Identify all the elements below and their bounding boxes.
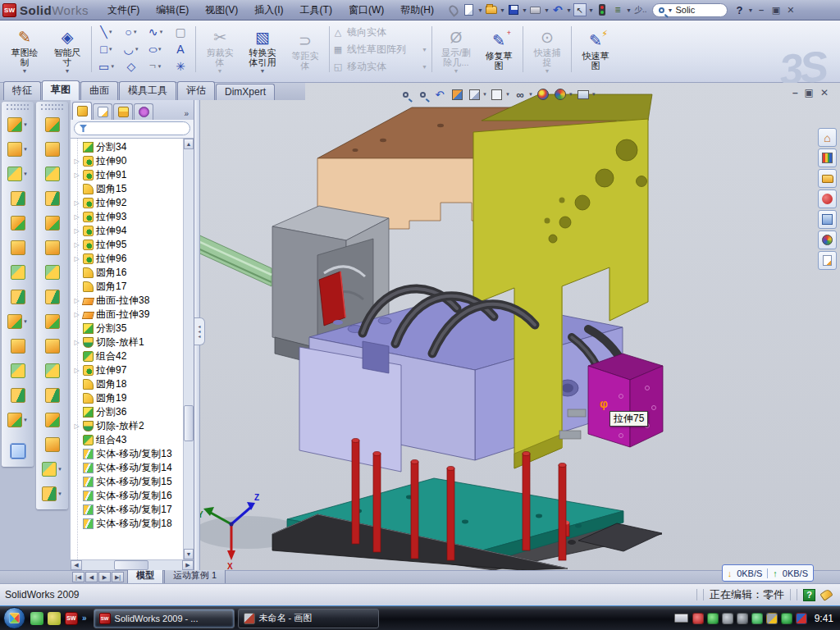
knit-surface-button[interactable] — [36, 285, 68, 309]
display-style-button[interactable] — [490, 87, 504, 102]
thicken-button[interactable] — [36, 309, 68, 334]
slot-dropdown[interactable]: ▼ — [110, 64, 115, 69]
view-orientation-dropdown[interactable]: ▼ — [482, 92, 487, 97]
feature-tree-item[interactable]: ▷切除-放样1 — [73, 336, 183, 349]
box-select-sketch-tool[interactable]: ▢ — [168, 24, 193, 41]
feature-tree-item[interactable]: ▷拉伸95 — [73, 238, 183, 252]
panel-splitter-handle[interactable]: ◂◂◂ — [194, 317, 205, 345]
save-button[interactable] — [506, 2, 521, 17]
feature-tree-item[interactable]: ▷拉伸94 — [73, 224, 183, 238]
arc-dropdown[interactable]: ▼ — [135, 47, 139, 52]
tooling-split-dropdown[interactable]: ▼ — [57, 491, 62, 496]
feature-tree-item[interactable]: ▷拉伸97 — [73, 363, 183, 377]
print-button[interactable] — [528, 2, 543, 17]
spline-dropdown[interactable]: ▼ — [158, 30, 163, 34]
solidworks-quicklaunch-icon[interactable]: SW — [65, 612, 78, 625]
instant3d-button[interactable] — [2, 439, 34, 463]
feature-tree-item[interactable]: ▷组合43 — [73, 433, 183, 447]
property-manager-tab[interactable] — [93, 103, 112, 120]
restore-button[interactable]: ▣ — [769, 4, 783, 16]
quicklaunch-overflow-chevron[interactable]: » — [82, 614, 87, 623]
doc-nav-first-button[interactable]: |◀ — [72, 572, 84, 582]
ellipse-sketch-tool[interactable]: ○▼ — [144, 41, 168, 58]
expand-arrow-icon[interactable]: ▷ — [73, 241, 80, 249]
dimxpert-manager-tab[interactable] — [134, 103, 153, 120]
appearances-tab[interactable] — [818, 189, 837, 208]
open-dropdown[interactable]: ▼ — [500, 7, 505, 13]
close-button[interactable]: ✕ — [783, 4, 797, 16]
tab-曲面[interactable]: 曲面 — [80, 81, 118, 100]
expand-arrow-icon[interactable]: ▷ — [73, 213, 80, 221]
tree-filter-input[interactable] — [74, 121, 190, 135]
feature-tree-item[interactable]: ▷实体-移动/复制17 — [73, 503, 183, 517]
vertical-scroll-thumb[interactable] — [184, 405, 194, 441]
menu-item-3[interactable]: 视图(V) — [198, 1, 245, 20]
feature-tree-item[interactable]: ▷圆角17 — [73, 280, 183, 294]
magenta-insert-part[interactable]: φ — [588, 354, 663, 447]
health-shield-tray-icon[interactable] — [781, 613, 792, 624]
circle-dropdown[interactable]: ▼ — [133, 30, 138, 34]
menu-item-1[interactable]: 文件(F) — [100, 1, 147, 20]
defender-shield-tray-icon[interactable] — [707, 613, 719, 624]
linear-pattern-button[interactable]: ▼ — [2, 309, 34, 334]
start-button[interactable] — [3, 607, 25, 629]
expand-arrow-icon[interactable]: ▷ — [73, 367, 80, 374]
save-dropdown[interactable]: ▼ — [522, 7, 527, 13]
linear-pattern-dropdown[interactable]: ▼ — [23, 319, 28, 324]
sketch-button[interactable]: ✎ 草图绘制 ▼ — [3, 25, 46, 74]
toolbar-overflow-label[interactable]: 少.. — [634, 4, 647, 16]
extruded-cut-dropdown[interactable]: ▼ — [23, 147, 28, 152]
fillet-button[interactable]: ▼ — [2, 162, 34, 186]
parting-surface-button[interactable]: ▼ — [36, 457, 68, 482]
tooling-split-button[interactable]: ▼ — [36, 482, 68, 506]
security-center-quicklaunch-icon[interactable] — [48, 612, 61, 625]
view-palette-tab[interactable] — [818, 210, 837, 229]
print-dropdown[interactable]: ▼ — [544, 7, 550, 13]
display-delete-relations-button[interactable]: Ø 显示/删除几... ▼ — [435, 25, 477, 74]
feature-tree-item[interactable]: ▷曲面-拉伸39 — [73, 308, 183, 322]
line-dropdown[interactable]: ▼ — [108, 30, 113, 34]
rapid-sketch-button[interactable]: ✎⚡ 快速草图 — [574, 29, 617, 71]
polygon-sketch-tool[interactable]: ◇ — [119, 58, 144, 75]
assembly-3d-model[interactable]: φ — [194, 83, 840, 570]
feature-tree-item[interactable]: ▷分割35 — [73, 322, 183, 336]
swept-boss-button[interactable] — [2, 235, 34, 260]
minimize-button[interactable]: – — [754, 4, 768, 16]
expand-arrow-icon[interactable]: ▷ — [73, 255, 80, 262]
draft-button[interactable] — [2, 285, 34, 309]
toolbar-grip[interactable] — [41, 104, 63, 110]
revolved-boss-button[interactable] — [2, 211, 34, 235]
feature-tree-item[interactable]: ▷实体-移动/复制18 — [73, 517, 183, 531]
select-arrow-button[interactable]: ↖ — [573, 2, 587, 17]
doc-restore-button[interactable]: ▣ — [805, 87, 814, 98]
text-sketch-tool[interactable]: A — [168, 41, 193, 58]
feature-tree-item[interactable]: ▷切除-放样2 — [73, 419, 183, 433]
view-settings-button[interactable] — [576, 87, 591, 102]
network-tray-icon[interactable] — [751, 613, 763, 624]
extruded-boss-dropdown[interactable]: ▼ — [23, 122, 28, 127]
menu-item-6[interactable]: 窗口(W) — [341, 1, 391, 20]
feature-tree-item[interactable]: ▷曲面-拉伸38 — [73, 294, 183, 308]
spline-sketch-tool[interactable]: ∿▼ — [144, 24, 168, 41]
feature-tree-item[interactable]: ▷拉伸92 — [73, 196, 183, 210]
feature-tree-item[interactable]: ▷圆角18 — [73, 377, 183, 391]
feature-tree-item[interactable]: ▷圆角16 — [73, 266, 183, 280]
reference-curve-dropdown[interactable]: ▼ — [23, 418, 28, 422]
fillet-dropdown[interactable]: ▼ — [23, 171, 28, 176]
options-button[interactable]: ≡ — [610, 2, 625, 17]
quick-tips-icon[interactable]: ? — [803, 589, 815, 601]
select-dropdown[interactable]: ▼ — [588, 7, 594, 13]
slot-sketch-tool[interactable]: ▭▼ — [94, 58, 119, 75]
view-orientation-button[interactable] — [467, 87, 482, 102]
parting-surface-dropdown[interactable]: ▼ — [57, 467, 62, 472]
split-line-button[interactable] — [36, 334, 68, 358]
expand-arrow-icon[interactable]: ▷ — [73, 158, 80, 165]
extruded-boss-button[interactable]: ▼ — [2, 112, 34, 137]
expand-arrow-icon[interactable]: ▷ — [73, 227, 80, 235]
feature-tree-item[interactable]: ▷拉伸93 — [73, 210, 183, 224]
radiate-surface-button[interactable] — [36, 162, 68, 186]
tab-模具工具[interactable]: 模具工具 — [119, 81, 176, 100]
hide-show-items-dropdown[interactable]: ▼ — [528, 92, 533, 97]
expand-arrow-icon[interactable]: ▷ — [73, 339, 80, 346]
linear-sketch-pattern-button[interactable]: ▦ 线性草图阵列▼ — [332, 42, 429, 57]
